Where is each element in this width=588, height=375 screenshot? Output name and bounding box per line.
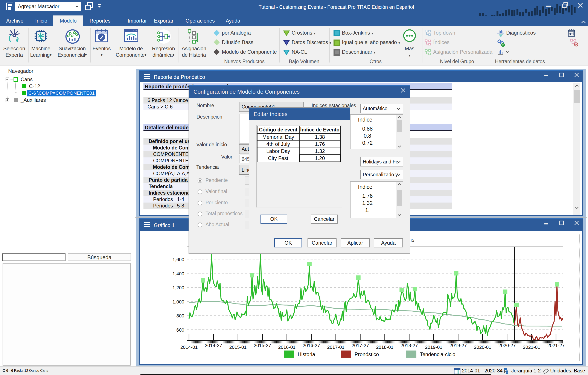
- svg-text:2021-27: 2021-27: [547, 343, 565, 348]
- svg-text:1,600: 1,600: [172, 257, 184, 262]
- svg-text:2017-01: 2017-01: [327, 344, 345, 350]
- svg-text:2020-01: 2020-01: [474, 344, 491, 350]
- svg-text:Pronóstico: Pronóstico: [355, 351, 379, 357]
- svg-text:2015-27: 2015-27: [254, 343, 271, 348]
- svg-text:2015-01: 2015-01: [229, 344, 247, 350]
- svg-text:2021-01: 2021-01: [523, 344, 540, 350]
- svg-text:2020-27: 2020-27: [498, 343, 516, 348]
- svg-text:2017-27: 2017-27: [352, 343, 369, 348]
- svg-text:1,200: 1,200: [172, 285, 184, 290]
- svg-text:Tendencia-ciclo: Tendencia-ciclo: [420, 351, 455, 357]
- svg-text:800: 800: [176, 313, 184, 319]
- svg-text:2019-01: 2019-01: [425, 344, 442, 350]
- svg-text:1,000: 1,000: [172, 299, 184, 304]
- svg-text:2016-27: 2016-27: [303, 343, 320, 348]
- svg-text:1,400: 1,400: [172, 271, 184, 276]
- svg-text:2018-27: 2018-27: [400, 343, 418, 348]
- svg-text:2019-27: 2019-27: [450, 343, 467, 348]
- svg-text:Historia: Historia: [298, 351, 315, 357]
- svg-text:2014-27: 2014-27: [205, 343, 222, 348]
- svg-text:2016-01: 2016-01: [278, 344, 295, 350]
- svg-text:2014-01: 2014-01: [180, 344, 198, 350]
- svg-text:2018-01: 2018-01: [376, 344, 393, 350]
- svg-text:600: 600: [176, 327, 184, 333]
